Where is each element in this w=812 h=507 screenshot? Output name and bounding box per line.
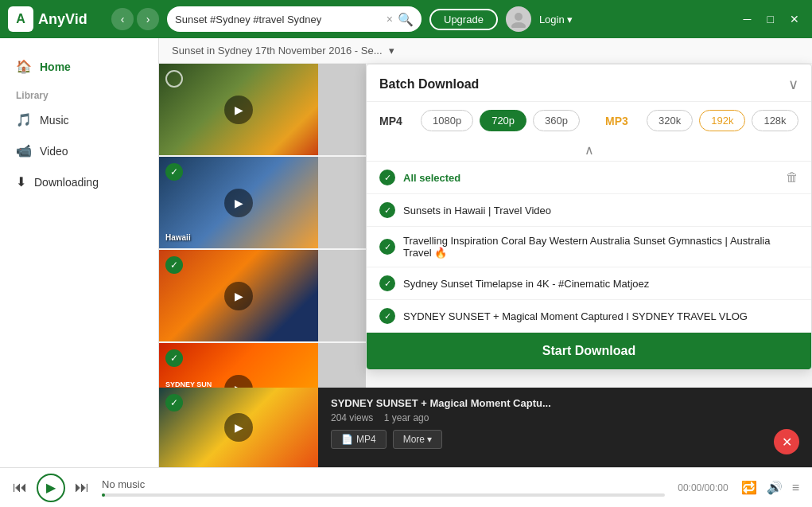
titlebar: A AnyVid ‹ › Sunset #Sydney #travel Sydn… — [0, 0, 812, 38]
bottom-actions: 📄 MP4 More ▾ — [331, 430, 799, 449]
sidebar: 🏠 Home Library 🎵 Music 📹 Video ⬇ Downloa… — [0, 38, 159, 467]
collapse-arrow[interactable]: ∧ — [367, 139, 811, 162]
batch-collapse-icon[interactable]: ∨ — [788, 76, 798, 93]
top-strip: Sunset in Sydney 17th November 2016 - Se… — [159, 38, 812, 64]
bottom-more-btn[interactable]: More ▾ — [393, 430, 443, 449]
volume-button[interactable]: 🔊 — [767, 480, 783, 495]
fmt-1080p[interactable]: 1080p — [421, 110, 473, 131]
batch-header: Batch Download ∨ — [367, 64, 811, 102]
sidebar-item-music[interactable]: 🎵 Music — [0, 104, 158, 135]
avatar — [506, 6, 531, 32]
svg-point-0 — [515, 13, 523, 21]
window-controls: ─ □ ✕ — [739, 11, 804, 27]
fmt-128k[interactable]: 128k — [752, 110, 798, 131]
login-button[interactable]: Login ▾ — [539, 14, 573, 25]
sidebar-music-label: Music — [40, 114, 69, 127]
repeat-button[interactable]: 🔁 — [741, 480, 757, 495]
player-time: 00:00/00:00 — [678, 482, 728, 493]
check-4: ✓ — [165, 349, 183, 367]
minimize-button[interactable]: ─ — [739, 11, 756, 27]
next-button[interactable]: ⏭ — [75, 479, 89, 496]
bottom-check: ✓ — [165, 394, 183, 411]
fmt-320k[interactable]: 320k — [647, 110, 693, 131]
track-list: ✓ All selected 🗑 ✓ Sunsets in Hawaii | T… — [367, 162, 811, 333]
start-download-button[interactable]: Start Download — [367, 333, 811, 369]
top-strip-arrow[interactable]: ▾ — [389, 45, 394, 57]
mp4-format-btns: 1080p 720p 360p — [421, 110, 580, 131]
bottom-thumb: ✓ ▶ — [159, 388, 318, 467]
mp4-label: MP4 — [379, 115, 408, 127]
track-item-2[interactable]: ✓ Travelling Inspiration Coral Bay Weste… — [367, 227, 811, 267]
player-progress-fill — [102, 493, 105, 497]
video-item-2[interactable]: ✓ ▶ Hawaii — [159, 157, 366, 248]
search-clear-icon[interactable]: × — [387, 13, 393, 25]
logo-icon: A — [8, 6, 33, 32]
sidebar-video-label: Video — [40, 145, 68, 158]
track-check-1: ✓ — [379, 202, 395, 218]
delete-icon[interactable]: 🗑 — [786, 170, 798, 185]
batch-panel: Batch Download ∨ MP4 1080p 720p 360p MP3… — [366, 64, 812, 370]
bottom-close-button[interactable]: ✕ — [774, 429, 799, 454]
all-selected-item[interactable]: ✓ All selected 🗑 — [367, 162, 811, 194]
batch-title: Batch Download — [379, 77, 479, 92]
forward-button[interactable]: › — [137, 8, 159, 30]
bottom-play-btn[interactable]: ▶ — [224, 413, 253, 442]
download-icon: ⬇ — [16, 174, 26, 189]
bottom-mp4-btn[interactable]: 📄 MP4 — [331, 430, 387, 449]
main-layout: 🏠 Home Library 🎵 Music 📹 Video ⬇ Downloa… — [0, 38, 812, 467]
bottom-time-ago: 1 year ago — [384, 412, 429, 423]
bottom-views: 204 views — [331, 412, 373, 423]
track-item-1[interactable]: ✓ Sunsets in Hawaii | Travel Video — [367, 194, 811, 227]
mp4-icon: 📄 — [341, 434, 353, 445]
bottom-info: SYDNEY SUNSET + Magical Moment Captu... … — [318, 388, 812, 467]
play-btn-3[interactable]: ▶ — [224, 282, 253, 310]
video-thumb-2: ✓ ▶ Hawaii — [159, 157, 318, 248]
player-bar: ⏮ ▶ ⏭ No music 00:00/00:00 🔁 🔊 ≡ — [0, 467, 812, 507]
player-track-name: No music — [102, 478, 665, 490]
all-selected-label: All selected — [403, 172, 778, 184]
back-button[interactable]: ‹ — [111, 8, 134, 30]
close-button[interactable]: ✕ — [785, 11, 804, 27]
player-progress-bar[interactable] — [102, 493, 665, 497]
upgrade-button[interactable]: Upgrade — [429, 9, 498, 30]
bottom-meta: 204 views 1 year ago — [331, 412, 799, 423]
track-check-3: ✓ — [379, 275, 395, 291]
video-thumb-3: ✓ ▶ — [159, 250, 318, 341]
video-icon: 📹 — [16, 143, 32, 158]
maximize-button[interactable]: □ — [763, 11, 779, 27]
queue-button[interactable]: ≡ — [792, 481, 799, 495]
search-bar: Sunset #Sydney #travel Sydney × 🔍 — [167, 6, 422, 32]
fmt-720p[interactable]: 720p — [480, 110, 526, 131]
sidebar-item-video[interactable]: 📹 Video — [0, 135, 158, 166]
video-item-1[interactable]: ▶ — [159, 64, 366, 155]
check-2: ✓ — [165, 163, 183, 181]
play-btn-1[interactable]: ▶ — [224, 96, 253, 124]
track-name-3: Sydney Sunset Timelapse in 4K - #Cinemat… — [403, 278, 798, 290]
sidebar-item-downloading[interactable]: ⬇ Downloading — [0, 166, 158, 197]
track-name-1: Sunsets in Hawaii | Travel Video — [403, 205, 798, 216]
player-controls: ⏮ ▶ ⏭ — [13, 474, 89, 502]
fmt-360p[interactable]: 360p — [533, 110, 580, 131]
track-check-4: ✓ — [379, 308, 395, 324]
uncheck-1 — [165, 70, 183, 88]
content-area: Sunset in Sydney 17th November 2016 - Se… — [159, 38, 812, 467]
sidebar-item-home[interactable]: 🏠 Home — [0, 51, 158, 82]
video-item-3[interactable]: ✓ ▶ — [159, 250, 366, 341]
play-btn-2[interactable]: ▶ — [224, 189, 253, 217]
fmt-192k[interactable]: 192k — [699, 110, 745, 131]
prev-button[interactable]: ⏮ — [13, 479, 27, 496]
player-extra-controls: 🔁 🔊 ≡ — [741, 480, 799, 495]
track-check-2: ✓ — [379, 239, 395, 255]
all-check-icon: ✓ — [379, 170, 395, 185]
track-item-3[interactable]: ✓ Sydney Sunset Timelapse in 4K - #Cinem… — [367, 267, 811, 300]
track-name-4: SYDNEY SUNSET + Magical Moment Captured … — [403, 310, 798, 322]
track-item-4[interactable]: ✓ SYDNEY SUNSET + Magical Moment Capture… — [367, 300, 811, 333]
sidebar-downloading-label: Downloading — [34, 176, 99, 189]
player-track-info: No music — [102, 478, 665, 497]
play-button[interactable]: ▶ — [37, 474, 65, 502]
search-icon[interactable]: 🔍 — [398, 12, 414, 27]
mp3-format-btns: 320k 192k 128k — [647, 110, 798, 131]
search-text: Sunset #Sydney #travel Sydney — [175, 14, 382, 25]
mp3-label: MP3 — [605, 115, 634, 127]
check-3: ✓ — [165, 256, 183, 274]
